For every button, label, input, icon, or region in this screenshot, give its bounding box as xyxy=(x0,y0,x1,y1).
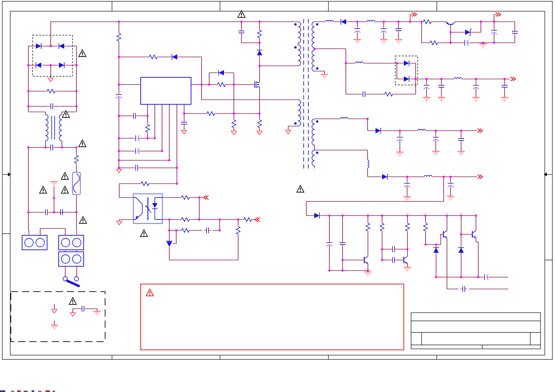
mosfet-icon xyxy=(253,81,260,88)
inductor xyxy=(416,129,427,131)
ground-signal-icon xyxy=(286,130,291,134)
inductor xyxy=(324,20,335,22)
pwm-controller-ic xyxy=(141,77,191,104)
diode xyxy=(373,128,383,134)
output-rail-2 xyxy=(315,49,515,102)
ground-chassis-icon xyxy=(438,97,445,102)
capacitor xyxy=(48,103,55,109)
main-transformer xyxy=(288,19,328,170)
inductor xyxy=(366,20,376,22)
warning-triangle-icon xyxy=(297,185,304,192)
ground-chassis-icon xyxy=(501,97,508,102)
resistor xyxy=(74,154,78,165)
warning-triangle-icon xyxy=(238,11,245,17)
warning-triangle-red-icon xyxy=(146,289,153,296)
ground-chassis-icon xyxy=(458,151,465,156)
inductor xyxy=(423,175,433,177)
resistor xyxy=(206,112,216,116)
resistor xyxy=(236,225,240,236)
capacitor xyxy=(460,286,467,292)
ground-chassis-icon xyxy=(380,39,387,44)
capacitor xyxy=(133,165,140,171)
output-rail-3 xyxy=(315,118,483,157)
resistor xyxy=(180,228,191,232)
ground-chassis-icon xyxy=(480,44,487,48)
resistor xyxy=(46,89,56,93)
resistor xyxy=(429,41,439,45)
polarized-capacitor xyxy=(133,135,140,141)
warning-triangle-icon xyxy=(69,298,76,304)
capacitor xyxy=(502,83,508,90)
terminal-block xyxy=(22,235,47,250)
zener-diode xyxy=(462,29,473,36)
resistor xyxy=(146,123,150,134)
ac-input-section xyxy=(22,22,298,286)
diode xyxy=(401,76,412,82)
ground-signal-icon xyxy=(231,131,236,135)
resistor xyxy=(148,55,158,59)
optocoupler-icon xyxy=(133,194,162,223)
fuse-icon xyxy=(72,172,80,195)
ground-chassis-icon xyxy=(354,39,361,44)
resistor xyxy=(242,218,253,222)
ground-chassis-icon xyxy=(404,267,411,272)
capacitor xyxy=(361,91,367,97)
feedback-network xyxy=(117,168,260,260)
winding xyxy=(312,150,315,166)
capacitor xyxy=(340,240,346,247)
resistor xyxy=(140,182,150,186)
emi-filter xyxy=(43,89,78,215)
winding xyxy=(298,100,301,126)
ground-signal-icon xyxy=(257,131,262,135)
schematic-page xyxy=(0,0,555,392)
resistor xyxy=(366,222,370,232)
resistor xyxy=(258,118,262,129)
warning-triangle-icon xyxy=(61,186,69,193)
polarized-capacitor xyxy=(354,26,360,33)
warning-triangle-icon xyxy=(79,217,87,223)
ground-chassis-icon xyxy=(432,151,439,156)
polarized-capacitor xyxy=(404,181,410,188)
power-switch-icon xyxy=(63,277,79,286)
capacitor xyxy=(390,257,397,263)
inductor xyxy=(354,62,365,63)
diode xyxy=(458,245,464,255)
terminal-block xyxy=(59,235,84,250)
ground-signal-icon xyxy=(117,221,122,225)
capacitor xyxy=(390,246,397,252)
polarized-capacitor xyxy=(491,28,497,35)
polarized-capacitor xyxy=(397,135,403,142)
capacitor xyxy=(238,29,244,35)
inductor xyxy=(453,78,463,79)
polarized-capacitor xyxy=(424,83,430,90)
warning-triangle-icon xyxy=(79,50,86,57)
warning-triangle-icon xyxy=(140,230,148,237)
warning-triangle-icon xyxy=(40,186,47,193)
polarized-capacitor xyxy=(326,240,332,247)
polarized-capacitor xyxy=(133,148,140,154)
transistor xyxy=(400,256,408,264)
polarized-capacitor xyxy=(116,92,122,99)
diode xyxy=(338,19,349,25)
ic-peripheral-network xyxy=(131,113,150,171)
diode xyxy=(216,70,227,76)
winding xyxy=(298,45,301,66)
inductor xyxy=(339,118,349,119)
capacitor xyxy=(204,227,211,233)
polarized-capacitor xyxy=(433,135,439,142)
polarity-dots xyxy=(294,23,318,154)
output-rail-1 xyxy=(315,13,518,48)
resistor xyxy=(424,222,428,232)
common-mode-choke xyxy=(45,115,62,141)
off-page-connector-icon xyxy=(478,129,483,133)
diode xyxy=(312,213,322,219)
gate-drive-network xyxy=(216,70,260,129)
dual-diode-box xyxy=(395,56,418,85)
y-capacitor xyxy=(43,209,50,215)
terminal-block xyxy=(59,252,84,266)
warning-markers xyxy=(40,11,304,237)
ground-chassis-icon xyxy=(364,272,372,276)
ground-chassis-icon xyxy=(423,97,430,102)
output-rail-4 xyxy=(315,150,483,201)
capacitor xyxy=(396,26,402,33)
